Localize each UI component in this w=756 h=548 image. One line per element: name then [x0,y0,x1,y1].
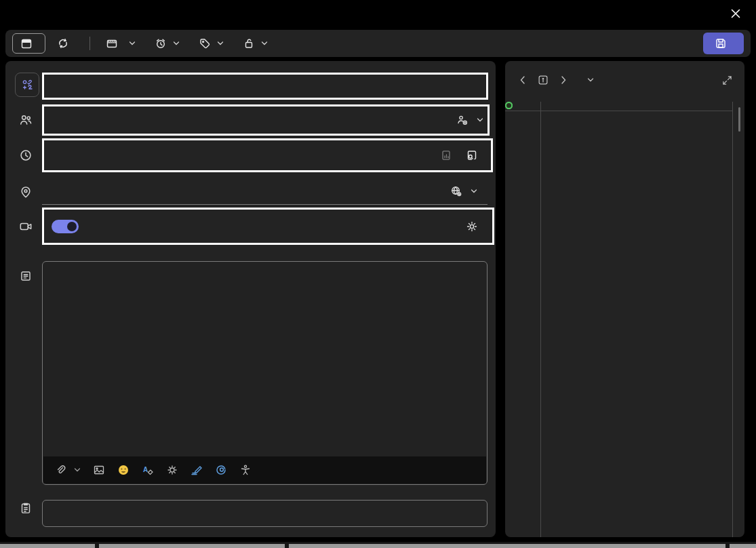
tab-event[interactable] [12,33,45,54]
busy-status-icon [105,37,119,50]
scheduler-button[interactable] [465,149,484,162]
toggle-knob [67,222,77,231]
chevron-down-icon[interactable] [470,187,478,195]
grid-partial-line [505,111,733,111]
suggested-times-icon[interactable] [439,149,453,162]
gear-icon [465,220,479,233]
window-titlebar [0,0,756,27]
alarm-icon [154,37,167,50]
event-resize-handle-bottom[interactable] [505,102,513,109]
meeting-title-input[interactable] [52,81,484,92]
description-editor[interactable]: A [42,261,488,485]
tab-series[interactable] [49,33,81,54]
preview-scrollbar[interactable] [738,107,740,132]
category-dropdown[interactable] [191,33,231,54]
attach-icon[interactable] [54,463,68,477]
preview-date-dropdown[interactable] [581,76,595,84]
background-app-edge [0,542,756,548]
reminder-dropdown[interactable] [147,33,187,54]
grid-right-border [732,102,733,537]
time-gutter-divider [540,102,541,537]
chevron-down-icon [586,76,595,84]
tag-icon [198,37,212,50]
brightness-icon[interactable] [165,463,179,477]
chevron-down-icon [216,39,224,47]
editor-toolbar: A [43,456,486,484]
time-row[interactable] [42,139,494,172]
save-icon [714,37,728,50]
chevron-down-icon [128,39,136,47]
day-grid[interactable] [505,102,744,537]
loop-component-icon[interactable] [214,463,228,477]
day-preview-panel [505,61,744,537]
charm-emoji-icon [20,78,34,92]
chevron-down-icon [260,39,268,47]
agenda-field [42,500,488,527]
teams-meeting-toggle[interactable] [52,220,79,233]
description-icon [18,269,33,283]
close-button[interactable] [726,4,745,23]
chevron-down-icon [172,39,180,47]
attendee-options-icon[interactable] [456,113,469,127]
attendees-row [42,105,494,135]
emoji-icon[interactable] [117,463,130,477]
show-as-busy-dropdown[interactable] [98,33,143,54]
privacy-dropdown[interactable] [235,33,275,54]
clock-icon [18,148,33,163]
draw-pen-icon[interactable] [190,463,203,477]
clear-formatting-icon[interactable]: A [141,463,155,477]
location-options-icon[interactable] [450,184,463,198]
attendees-people-icon [18,113,33,128]
video-camera-icon [18,219,33,234]
expand-calendar-button[interactable] [719,72,735,88]
attendees-input[interactable] [52,115,456,125]
teams-meeting-row [42,208,494,244]
save-button[interactable] [703,33,744,54]
next-day-button[interactable] [555,72,572,88]
event-toolbar [5,30,751,57]
agenda-input[interactable] [52,509,477,519]
location-row [42,178,488,205]
event-form: A [5,61,496,537]
title-row [42,73,494,99]
close-icon [729,7,742,20]
repeat-icon [56,37,70,50]
previous-day-button[interactable] [515,72,531,88]
preview-header [505,61,744,99]
chevron-down-icon[interactable] [476,116,484,124]
location-pin-icon [18,184,33,199]
meeting-options-button[interactable] [465,220,484,233]
agenda-notes-icon [18,501,33,515]
lock-open-icon [242,37,256,50]
svg-text:A: A [143,466,148,473]
calendar-event-icon [20,37,33,50]
toolbar-divider [89,37,90,50]
scheduler-icon [465,149,479,162]
insert-image-icon[interactable] [92,463,106,477]
accessibility-icon[interactable] [239,463,252,477]
location-input[interactable] [52,186,450,196]
go-to-today-button[interactable] [535,72,551,88]
charm-picker-button[interactable] [15,73,39,97]
chevron-down-icon[interactable] [73,466,81,474]
